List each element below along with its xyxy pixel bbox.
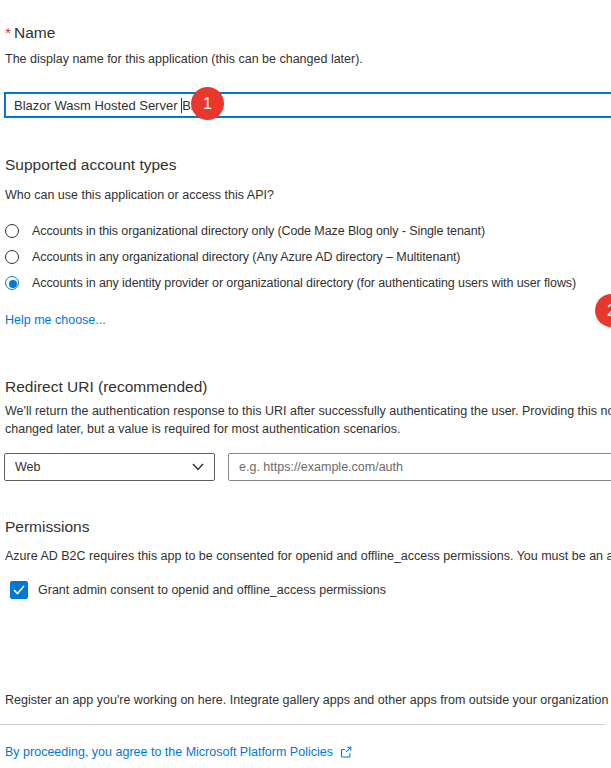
permissions-description: Azure AD B2C requires this app to be con…: [5, 549, 611, 563]
platform-select-value: Web: [15, 460, 192, 474]
help-me-choose-link[interactable]: Help me choose...: [5, 313, 106, 327]
checkbox-checked-icon: [10, 581, 28, 599]
register-note: Register an app you're working on here. …: [5, 693, 611, 707]
radio-single-tenant[interactable]: Accounts in this organizational director…: [5, 219, 485, 243]
radio-label: Accounts in this organizational director…: [32, 224, 485, 238]
checkbox-label: Grant admin consent to openid and offlin…: [38, 583, 386, 597]
annotation-badge-1: 1: [191, 87, 224, 120]
policy-row: By proceeding, you agree to the Microsof…: [5, 745, 353, 759]
permissions-heading: Permissions: [5, 518, 89, 536]
redirect-uri-heading: Redirect URI (recommended): [5, 378, 207, 396]
platform-select[interactable]: Web: [4, 453, 215, 481]
annotation-badge-2: 2: [595, 294, 611, 327]
name-input-value-before-caret: Blazor Wasm Hosted Server: [14, 98, 181, 113]
grant-admin-consent-checkbox[interactable]: Grant admin consent to openid and offlin…: [10, 581, 386, 599]
app-registration-form: *Name The display name for this applicat…: [0, 0, 611, 768]
divider: [0, 724, 605, 725]
external-link-icon: [339, 745, 353, 759]
account-types-heading: Supported account types: [5, 156, 176, 174]
account-types-question: Who can use this application or access t…: [5, 188, 274, 202]
radio-label: Accounts in any organizational directory…: [32, 250, 460, 264]
radio-icon: [5, 250, 19, 264]
radio-label: Accounts in any identity provider or org…: [32, 276, 576, 290]
name-label: Name: [14, 24, 55, 41]
name-section-heading: *Name: [5, 24, 55, 42]
radio-multitenant[interactable]: Accounts in any organizational directory…: [5, 245, 460, 269]
required-asterisk: *: [5, 24, 11, 41]
redirect-uri-input[interactable]: [228, 453, 611, 481]
radio-any-identity-provider[interactable]: Accounts in any identity provider or org…: [5, 271, 576, 295]
name-description: The display name for this application (t…: [5, 52, 363, 66]
redirect-uri-description-line1: We'll return the authentication response…: [5, 404, 611, 418]
name-input[interactable]: Blazor Wasm Hosted Server B2C: [4, 92, 611, 118]
redirect-uri-description-line2: changed later, but a value is required f…: [5, 422, 400, 436]
chevron-down-icon: [192, 460, 204, 474]
radio-selected-icon: [5, 276, 19, 290]
radio-icon: [5, 224, 19, 238]
platform-policies-link[interactable]: By proceeding, you agree to the Microsof…: [5, 745, 333, 759]
